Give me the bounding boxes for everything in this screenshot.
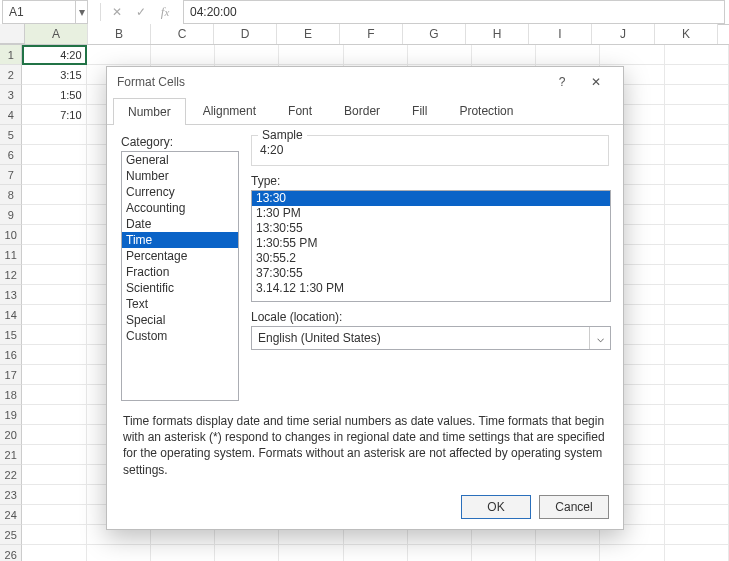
row-header[interactable]: 4 xyxy=(0,105,22,125)
cancel-button[interactable]: Cancel xyxy=(539,495,609,519)
cell[interactable]: 1:50 xyxy=(22,85,86,105)
cell[interactable] xyxy=(22,545,86,561)
row-header[interactable]: 16 xyxy=(0,345,22,365)
column-header[interactable]: D xyxy=(214,24,277,44)
column-header[interactable]: E xyxy=(277,24,340,44)
row-header[interactable]: 19 xyxy=(0,405,22,425)
cell[interactable] xyxy=(22,345,86,365)
column-header[interactable]: I xyxy=(529,24,592,44)
cell[interactable] xyxy=(665,165,729,185)
cell[interactable] xyxy=(22,525,86,545)
cell[interactable] xyxy=(344,45,408,65)
tab-font[interactable]: Font xyxy=(273,97,327,124)
cell[interactable] xyxy=(665,185,729,205)
category-list[interactable]: GeneralNumberCurrencyAccountingDateTimeP… xyxy=(121,151,239,401)
column-header[interactable]: J xyxy=(592,24,655,44)
cell[interactable] xyxy=(665,205,729,225)
cell[interactable] xyxy=(22,325,86,345)
cell[interactable] xyxy=(665,545,729,561)
category-item[interactable]: Currency xyxy=(122,184,238,200)
category-item[interactable]: Accounting xyxy=(122,200,238,216)
cell[interactable] xyxy=(536,45,600,65)
cell[interactable] xyxy=(665,365,729,385)
accept-formula-icon[interactable]: ✓ xyxy=(129,1,153,23)
cell[interactable] xyxy=(22,265,86,285)
cell[interactable] xyxy=(472,45,536,65)
row-header[interactable]: 6 xyxy=(0,145,22,165)
category-item[interactable]: Text xyxy=(122,296,238,312)
cell[interactable] xyxy=(151,45,215,65)
row-header[interactable]: 13 xyxy=(0,285,22,305)
cell[interactable] xyxy=(22,445,86,465)
column-header[interactable]: H xyxy=(466,24,529,44)
row-header[interactable]: 9 xyxy=(0,205,22,225)
row-header[interactable]: 3 xyxy=(0,85,22,105)
row-header[interactable]: 18 xyxy=(0,385,22,405)
row-header[interactable]: 5 xyxy=(0,125,22,145)
category-item[interactable]: Custom xyxy=(122,328,238,344)
cell[interactable] xyxy=(536,545,600,561)
cell[interactable] xyxy=(665,85,729,105)
row-header[interactable]: 25 xyxy=(0,525,22,545)
cell[interactable]: 4:20 xyxy=(22,45,86,65)
cell[interactable] xyxy=(665,425,729,445)
tab-fill[interactable]: Fill xyxy=(397,97,442,124)
type-item[interactable]: 1:30:55 PM xyxy=(252,236,610,251)
type-list[interactable]: 13:301:30 PM13:30:551:30:55 PM30:55.237:… xyxy=(251,190,611,302)
category-item[interactable]: Number xyxy=(122,168,238,184)
cell[interactable] xyxy=(151,545,215,561)
tab-border[interactable]: Border xyxy=(329,97,395,124)
row-header[interactable]: 21 xyxy=(0,445,22,465)
cell[interactable] xyxy=(665,45,729,65)
row-header[interactable]: 23 xyxy=(0,485,22,505)
type-item[interactable]: 13:30:55 xyxy=(252,221,610,236)
cell[interactable] xyxy=(279,545,343,561)
row-header[interactable]: 10 xyxy=(0,225,22,245)
locale-select[interactable]: English (United States) ⌵ xyxy=(251,326,611,350)
cell[interactable] xyxy=(87,545,151,561)
row-header[interactable]: 14 xyxy=(0,305,22,325)
cell[interactable] xyxy=(665,265,729,285)
type-item[interactable]: 13:30 xyxy=(252,191,610,206)
tab-alignment[interactable]: Alignment xyxy=(188,97,271,124)
type-item[interactable]: 30:55.2 xyxy=(252,251,610,266)
formula-input[interactable]: 04:20:00 xyxy=(183,0,725,24)
cell[interactable] xyxy=(472,545,536,561)
ok-button[interactable]: OK xyxy=(461,495,531,519)
select-all-corner[interactable] xyxy=(0,24,25,44)
cell[interactable] xyxy=(665,465,729,485)
cell[interactable] xyxy=(665,125,729,145)
cell[interactable] xyxy=(22,285,86,305)
cell[interactable] xyxy=(665,225,729,245)
row-header[interactable]: 11 xyxy=(0,245,22,265)
category-item[interactable]: Scientific xyxy=(122,280,238,296)
cell[interactable] xyxy=(665,405,729,425)
cell[interactable] xyxy=(22,245,86,265)
row-header[interactable]: 17 xyxy=(0,365,22,385)
cell[interactable] xyxy=(22,365,86,385)
column-header[interactable]: B xyxy=(88,24,151,44)
cell[interactable] xyxy=(22,485,86,505)
cell[interactable] xyxy=(22,425,86,445)
cell[interactable]: 7:10 xyxy=(22,105,86,125)
category-item[interactable]: Time xyxy=(122,232,238,248)
cell[interactable] xyxy=(665,65,729,85)
fx-icon[interactable]: fx xyxy=(153,1,177,23)
cell[interactable]: 3:15 xyxy=(22,65,86,85)
row-header[interactable]: 22 xyxy=(0,465,22,485)
row-header[interactable]: 20 xyxy=(0,425,22,445)
cell[interactable] xyxy=(665,305,729,325)
cell[interactable] xyxy=(22,225,86,245)
cell[interactable] xyxy=(600,545,664,561)
cell[interactable] xyxy=(665,445,729,465)
row-header[interactable]: 1 xyxy=(0,45,22,65)
column-header[interactable]: A xyxy=(25,24,88,44)
row-header[interactable]: 24 xyxy=(0,505,22,525)
cell[interactable] xyxy=(22,165,86,185)
row-header[interactable]: 12 xyxy=(0,265,22,285)
cell[interactable] xyxy=(87,45,151,65)
row-header[interactable]: 8 xyxy=(0,185,22,205)
row-header[interactable]: 2 xyxy=(0,65,22,85)
cell[interactable] xyxy=(665,485,729,505)
cell[interactable] xyxy=(279,45,343,65)
